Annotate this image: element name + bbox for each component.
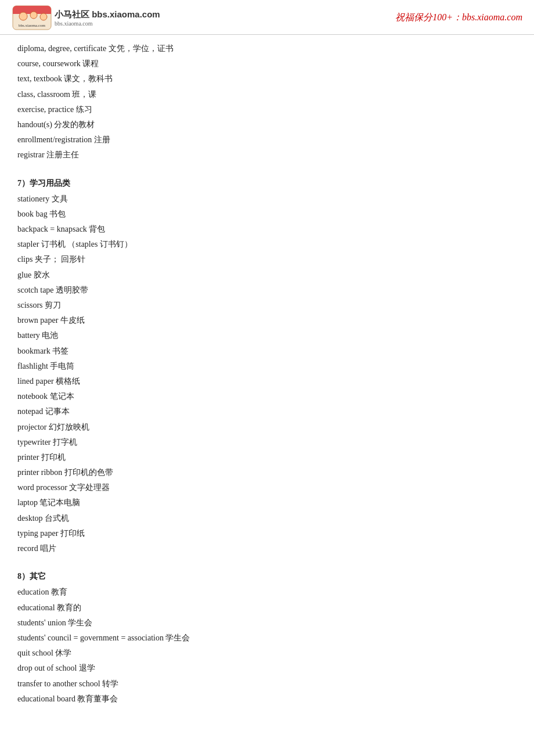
- vocab-item: educational board 教育董事会: [17, 692, 517, 706]
- page-header: bbs.xiaoma.com 小马社区 bbs.xiaoma.com bbs.x…: [0, 0, 534, 35]
- section-7-heading: 7）学习用品类: [17, 176, 517, 190]
- vocab-item: book bag 书包: [17, 207, 517, 221]
- site-url: bbs.xiaoma.com: [55, 20, 160, 27]
- svg-text:bbs.xiaoma.com: bbs.xiaoma.com: [19, 23, 45, 28]
- vocab-item: projector 幻灯放映机: [17, 420, 517, 434]
- vocab-item: course, coursework 课程: [17, 56, 517, 71]
- vocab-item: drop out of school 退学: [17, 661, 517, 675]
- vocab-item: educational 教育的: [17, 600, 517, 615]
- vocab-item: students' union 学生会: [17, 615, 517, 630]
- vocab-item: backpack = knapsack 背包: [17, 222, 517, 236]
- header-slogan: 祝福保分100+：bbs.xiaoma.com: [395, 12, 522, 24]
- vocab-item: stationery 文具: [17, 192, 517, 206]
- vocab-item: transfer to another school 转学: [17, 676, 517, 691]
- vocab-item: typewriter 打字机: [17, 435, 517, 449]
- vocab-item: diploma, degree, certificate 文凭，学位，证书: [17, 41, 517, 56]
- vocab-item: clips 夹子； 回形针: [17, 252, 517, 267]
- site-logo-icon: bbs.xiaoma.com: [12, 5, 52, 31]
- vocab-item: lined paper 横格纸: [17, 374, 517, 388]
- section-8: 8）其它 education 教育 educational 教育的 studen…: [17, 569, 517, 706]
- site-name: 小马社区 bbs.xiaoma.com: [55, 9, 160, 20]
- logo-area: bbs.xiaoma.com 小马社区 bbs.xiaoma.com bbs.x…: [12, 5, 160, 31]
- vocab-item: notepad 记事本: [17, 404, 517, 419]
- vocab-item: handout(s) 分发的教材: [17, 117, 517, 132]
- vocab-item: bookmark 书签: [17, 344, 517, 358]
- svg-point-5: [40, 13, 47, 20]
- vocab-item: stapler 订书机 （staples 订书钉）: [17, 237, 517, 251]
- vocab-item: battery 电池: [17, 328, 517, 343]
- section-8-heading: 8）其它: [17, 569, 517, 584]
- vocab-item: exercise, practice 练习: [17, 102, 517, 117]
- section-7: 7）学习用品类 stationery 文具 book bag 书包 backpa…: [17, 176, 517, 556]
- vocab-item: laptop 笔记本电脑: [17, 495, 517, 510]
- vocab-item: notebook 笔记本: [17, 389, 517, 404]
- main-content: diploma, degree, certificate 文凭，学位，证书 co…: [0, 35, 534, 724]
- vocab-item: word processor 文字处理器: [17, 480, 517, 495]
- vocab-item: education 教育: [17, 585, 517, 599]
- svg-point-3: [19, 12, 27, 20]
- vocab-item: flashlight 手电筒: [17, 359, 517, 373]
- vocab-item: quit school 休学: [17, 646, 517, 660]
- vocab-item: record 唱片: [17, 541, 517, 556]
- vocab-item: glue 胶水: [17, 268, 517, 282]
- vocab-item: printer ribbon 打印机的色带: [17, 465, 517, 480]
- vocab-item: scissors 剪刀: [17, 298, 517, 312]
- vocab-item: scotch tape 透明胶带: [17, 283, 517, 297]
- vocab-item: enrollment/registration 注册: [17, 132, 517, 147]
- intro-section: diploma, degree, certificate 文凭，学位，证书 co…: [17, 41, 517, 163]
- vocab-item: class, classroom 班，课: [17, 87, 517, 102]
- vocab-item: text, textbook 课文，教科书: [17, 71, 517, 86]
- vocab-item: students' council = government = associa…: [17, 631, 517, 645]
- vocab-item: typing paper 打印纸: [17, 526, 517, 541]
- vocab-item: registrar 注册主任: [17, 147, 517, 162]
- vocab-item: printer 打印机: [17, 450, 517, 465]
- vocab-item: desktop 台式机: [17, 511, 517, 525]
- svg-point-4: [30, 12, 37, 19]
- vocab-item: brown paper 牛皮纸: [17, 313, 517, 327]
